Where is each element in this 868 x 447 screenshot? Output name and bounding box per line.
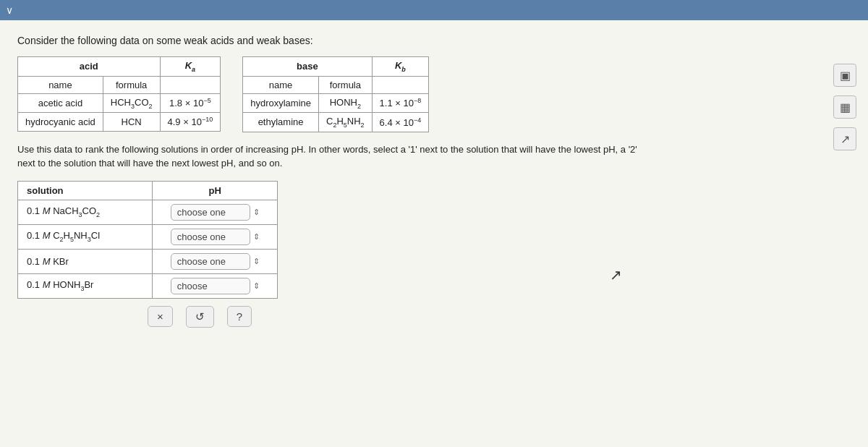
choose-wrap-3: choose one 1 2 3 4 <box>161 253 268 270</box>
action-row: × ↺ ? <box>17 306 851 328</box>
choose-wrap-1: choose one 1 2 3 4 <box>161 204 268 221</box>
ph-select-3-cell: choose one 1 2 3 4 <box>153 249 278 273</box>
acid-row1-formula: HCH3CO2 <box>103 93 160 113</box>
clear-button[interactable]: × <box>148 306 173 327</box>
ph-select-4[interactable]: choose 1 2 3 4 <box>171 278 250 294</box>
cursor: ↗ <box>610 266 622 284</box>
chevron-down-icon[interactable]: ∨ <box>6 4 13 16</box>
ph-select-4-cell: choose 1 2 3 4 <box>153 273 278 298</box>
table-row: 0.1 M KBr choose one 1 2 3 4 <box>18 249 278 273</box>
help-button[interactable]: ? <box>227 306 252 327</box>
right-icons-panel: ▣ ▦ ↗ <box>833 64 856 150</box>
solution-2: 0.1 M C2H5NH3Cl <box>18 224 153 249</box>
base-col-name-header: name <box>243 76 319 93</box>
tables-row: acid Ka name formula acetic acid HCH3CO2… <box>17 56 851 132</box>
ka-header: Ka <box>160 57 221 77</box>
kb-header: Kb <box>372 57 429 77</box>
base-row2-kb: 6.4 × 10−4 <box>372 113 429 132</box>
base-kb-spacer <box>372 76 429 93</box>
base-row1-kb: 1.1 × 10−8 <box>372 93 429 113</box>
top-bar: ∨ <box>0 0 868 20</box>
rank-col-ph: pH <box>153 181 278 200</box>
rank-col-solution: solution <box>18 181 153 200</box>
undo-button[interactable]: ↺ <box>186 306 214 328</box>
acid-row2-name: hydrocyanic acid <box>18 113 103 131</box>
base-row1-name: hydroxylamine <box>243 93 319 113</box>
base-row2-name: ethylamine <box>243 113 319 132</box>
intro-text: Consider the following data on some weak… <box>17 35 851 46</box>
ph-select-1-cell: choose one 1 2 3 4 <box>153 200 278 224</box>
choose-wrap-2: choose one 1 2 3 4 <box>161 229 268 245</box>
icon-chart[interactable]: ▦ <box>833 95 856 119</box>
acid-row1-ka: 1.8 × 10−5 <box>160 93 221 113</box>
table-row: 0.1 M HONH3Br choose 1 2 3 4 <box>18 273 278 298</box>
acid-row1-name: acetic acid <box>18 93 103 113</box>
base-col-formula-header: formula <box>319 76 373 93</box>
icon-expand[interactable]: ↗ <box>833 127 856 150</box>
solution-4: 0.1 M HONH3Br <box>18 273 153 298</box>
acid-table: acid Ka name formula acetic acid HCH3CO2… <box>17 56 221 132</box>
rank-table: solution pH 0.1 M NaCH3CO2 choose one 1 … <box>17 181 278 299</box>
table-row: 0.1 M NaCH3CO2 choose one 1 2 3 4 <box>18 200 278 224</box>
base-row1-formula: HONH2 <box>319 93 373 113</box>
table-row: 0.1 M C2H5NH3Cl choose one 1 2 3 4 <box>18 224 278 249</box>
ph-select-2-cell: choose one 1 2 3 4 <box>153 224 278 249</box>
base-row2-formula: C2H5NH2 <box>319 113 373 132</box>
base-header: base <box>243 57 372 77</box>
acid-header: acid <box>18 57 161 77</box>
main-content: Consider the following data on some weak… <box>0 20 868 447</box>
base-table: base Kb name formula hydroxylamine HONH2… <box>242 56 429 132</box>
ph-select-3[interactable]: choose one 1 2 3 4 <box>171 253 250 270</box>
acid-ka-spacer <box>160 76 221 93</box>
acid-row2-ka: 4.9 × 10−10 <box>160 113 221 131</box>
acid-row2-formula: HCN <box>103 113 160 131</box>
ph-select-2[interactable]: choose one 1 2 3 4 <box>171 229 250 245</box>
solution-1: 0.1 M NaCH3CO2 <box>18 200 153 224</box>
icon-doc[interactable]: ▣ <box>833 64 856 87</box>
acid-col-name-header: name <box>18 76 103 93</box>
solution-3: 0.1 M KBr <box>18 249 153 273</box>
ph-select-1[interactable]: choose one 1 2 3 4 <box>171 204 250 221</box>
rank-instruction: Use this data to rank the following solu… <box>17 142 647 171</box>
choose-wrap-4: choose 1 2 3 4 <box>161 278 268 294</box>
acid-col-formula-header: formula <box>103 76 160 93</box>
